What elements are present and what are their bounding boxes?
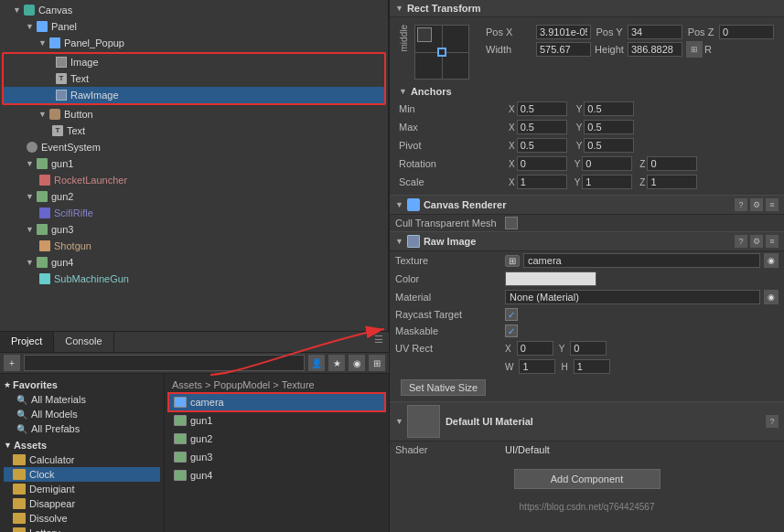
- raycast-checkbox[interactable]: ✓: [505, 308, 518, 321]
- fav-prefabs[interactable]: 🔍 All Prefabs: [4, 421, 160, 436]
- pivot-group: X Y: [509, 138, 634, 153]
- scale-y-input[interactable]: [582, 175, 632, 189]
- set-native-size-btn[interactable]: Set Native Size: [401, 379, 486, 396]
- left-column: ▼ Canvas ▼ Panel ▼ Panel_Popup: [0, 0, 389, 532]
- asset-gun2[interactable]: gun2: [168, 430, 385, 448]
- texture-select-btn[interactable]: ◉: [764, 253, 779, 268]
- tree-item-rawimage[interactable]: RawImage: [4, 87, 384, 103]
- asset-camera-label: camera: [190, 397, 224, 408]
- uv-h-input[interactable]: [574, 359, 610, 374]
- tree-item-gun1[interactable]: ▼ gun1: [0, 155, 388, 172]
- add-component-btn[interactable]: Add Component: [514, 469, 660, 489]
- pos-x-input[interactable]: [536, 25, 591, 39]
- folder-dissolve[interactable]: Dissolve: [4, 511, 160, 526]
- star-icon-btn[interactable]: ★: [328, 355, 345, 371]
- tree-item-scifirifle[interactable]: ScifiRifle: [0, 205, 388, 221]
- tree-item-image[interactable]: Image: [4, 54, 384, 70]
- anchors-min-y-input[interactable]: [584, 101, 634, 116]
- maskable-checkbox[interactable]: ✓: [505, 325, 518, 337]
- pivot-label: Pivot: [399, 140, 509, 151]
- material-select-btn[interactable]: ◉: [764, 290, 779, 304]
- rotation-x-input[interactable]: [517, 156, 567, 171]
- asset-gun4[interactable]: gun4: [168, 466, 385, 484]
- canvas-renderer-header[interactable]: ▼ Canvas Renderer ? ⚙ ≡: [390, 195, 784, 215]
- tree-item-canvas[interactable]: ▼ Canvas: [0, 2, 388, 18]
- rotation-z-input[interactable]: [647, 156, 697, 171]
- scale-row: Scale X Y Z: [393, 173, 780, 191]
- tree-item-gun3[interactable]: ▼ gun3: [0, 221, 388, 238]
- raw-image-help[interactable]: ?: [735, 235, 747, 248]
- tree-item-button-text[interactable]: T Text: [0, 122, 388, 139]
- raw-image-settings[interactable]: ⚙: [750, 235, 763, 248]
- folder-lottery[interactable]: Lottery: [4, 526, 160, 532]
- texture-value: camera: [523, 253, 760, 268]
- width-input[interactable]: [536, 42, 591, 57]
- eye-icon-btn[interactable]: ◉: [349, 355, 365, 371]
- panel-icon: [36, 20, 48, 33]
- anchors-min-group: X Y: [509, 101, 634, 116]
- grid-icon-btn[interactable]: ⊞: [369, 355, 385, 371]
- uv-y-input[interactable]: [570, 341, 607, 356]
- pivot-y-input[interactable]: [584, 138, 634, 153]
- image-icon: [55, 56, 68, 69]
- pos-y-input[interactable]: [628, 25, 682, 39]
- asset-camera[interactable]: camera: [168, 393, 385, 411]
- tree-item-panel[interactable]: ▼ Panel: [0, 18, 388, 35]
- tree-item-button[interactable]: ▼ Button: [0, 106, 388, 122]
- folder-demigiant[interactable]: Demigiant: [4, 482, 160, 496]
- tree-item-shotgun[interactable]: Shotgun: [0, 238, 388, 254]
- tree-item-rocketlauncher[interactable]: RocketLauncher: [0, 172, 388, 188]
- add-button[interactable]: +: [4, 355, 20, 371]
- raw-image-header[interactable]: ▼ Raw Image ? ⚙ ≡: [390, 231, 784, 251]
- canvas-renderer-help[interactable]: ?: [735, 198, 747, 211]
- rotation-y-input[interactable]: [582, 156, 632, 171]
- tree-item-text[interactable]: T Text: [4, 70, 384, 87]
- person-icon-btn[interactable]: 👤: [308, 355, 325, 371]
- expand-btn[interactable]: ⊞: [686, 41, 703, 58]
- fav-models[interactable]: 🔍 All Models: [4, 407, 160, 421]
- color-swatch[interactable]: [505, 271, 596, 286]
- anchors-max-y-input[interactable]: [584, 120, 634, 134]
- x-label-rot: X: [509, 159, 515, 169]
- asset-gun1[interactable]: gun1: [168, 411, 385, 430]
- default-ui-header[interactable]: ▼ Default UI Material ?: [390, 401, 784, 442]
- pivot-x-input[interactable]: [517, 138, 567, 153]
- gun4-icon: [36, 256, 48, 269]
- label-text: Text: [70, 73, 89, 84]
- pos-z-input[interactable]: [719, 25, 774, 39]
- asset-gun2-label: gun2: [190, 433, 212, 444]
- folder-clock[interactable]: Clock: [4, 467, 160, 482]
- folder-calculator[interactable]: Calculator: [4, 452, 160, 467]
- gun1-icon: [36, 157, 48, 170]
- scale-x-input[interactable]: [517, 175, 567, 189]
- anchor-widget[interactable]: [414, 25, 469, 80]
- canvas-renderer-btns: ? ⚙ ≡: [735, 198, 779, 211]
- tab-console[interactable]: Console: [54, 332, 113, 352]
- tree-item-eventsystem[interactable]: EventSystem: [0, 139, 388, 155]
- height-input[interactable]: [628, 42, 682, 57]
- rect-transform-header[interactable]: ▼ Rect Transform: [390, 0, 784, 17]
- maskable-row: Maskable ✓: [390, 323, 784, 339]
- cull-transparent-checkbox[interactable]: [505, 217, 518, 229]
- search-input[interactable]: [24, 355, 305, 371]
- tab-project[interactable]: Project: [0, 332, 54, 352]
- tree-item-submachinegun[interactable]: SubMachineGun: [0, 271, 388, 287]
- anchors-max-x-input[interactable]: [517, 120, 567, 134]
- uv-w-input[interactable]: [519, 359, 555, 374]
- canvas-renderer-settings[interactable]: ⚙: [750, 198, 763, 211]
- width-label: Width: [486, 44, 536, 55]
- anchors-min-x-input[interactable]: [517, 101, 567, 116]
- raw-image-menu[interactable]: ≡: [766, 235, 779, 248]
- fav-materials[interactable]: 🔍 All Materials: [4, 392, 160, 407]
- folder-disappear[interactable]: Disappear: [4, 496, 160, 511]
- canvas-renderer-menu[interactable]: ≡: [766, 198, 779, 211]
- scale-z-input[interactable]: [647, 175, 697, 189]
- default-ui-help[interactable]: ?: [766, 415, 779, 428]
- uv-x-input[interactable]: [517, 341, 553, 356]
- tree-item-gun2[interactable]: ▼ gun2: [0, 188, 388, 205]
- tree-item-gun4[interactable]: ▼ gun4: [0, 254, 388, 271]
- tree-item-panel-popup[interactable]: ▼ Panel_Popup: [0, 35, 388, 51]
- raw-image-title: Raw Image: [424, 236, 476, 247]
- wh-row: Width Height ⊞ R: [486, 41, 775, 58]
- asset-gun3[interactable]: gun3: [168, 448, 385, 466]
